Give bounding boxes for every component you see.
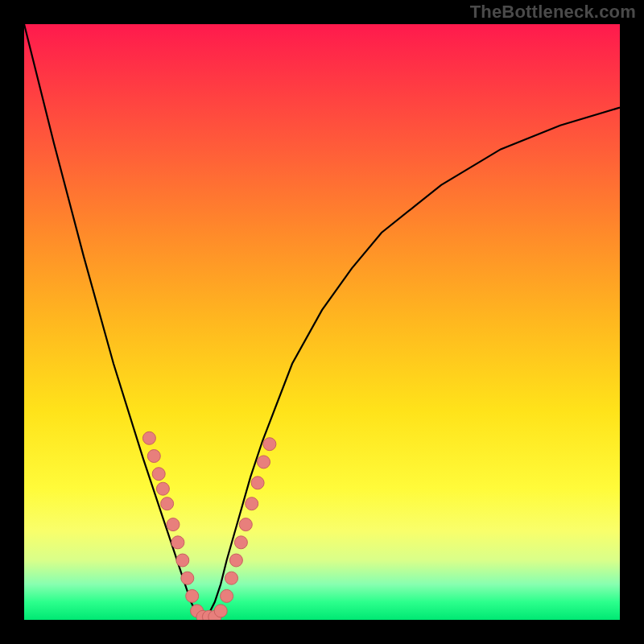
- data-point: [258, 456, 270, 469]
- data-point: [225, 572, 238, 584]
- data-point: [152, 468, 165, 481]
- data-point: [181, 572, 194, 584]
- watermark-text: TheBottleneck.com: [470, 2, 636, 23]
- data-point: [161, 497, 174, 510]
- data-point: [221, 589, 233, 602]
- data-point: [156, 482, 169, 495]
- data-point: [214, 605, 227, 617]
- data-point: [234, 536, 247, 549]
- data-point: [186, 589, 199, 602]
- curve-svg: [24, 24, 620, 620]
- data-point: [171, 536, 184, 549]
- data-point: [167, 518, 180, 531]
- data-point: [147, 450, 160, 463]
- chart-frame: TheBottleneck.com: [0, 0, 644, 644]
- data-point: [263, 438, 276, 451]
- data-point: [251, 477, 264, 489]
- data-point: [239, 518, 252, 531]
- data-point: [142, 431, 155, 444]
- data-point: [176, 554, 189, 567]
- bottleneck-curve: [24, 24, 620, 620]
- data-point: [229, 554, 242, 567]
- plot-area: [24, 24, 620, 620]
- data-point: [246, 497, 258, 510]
